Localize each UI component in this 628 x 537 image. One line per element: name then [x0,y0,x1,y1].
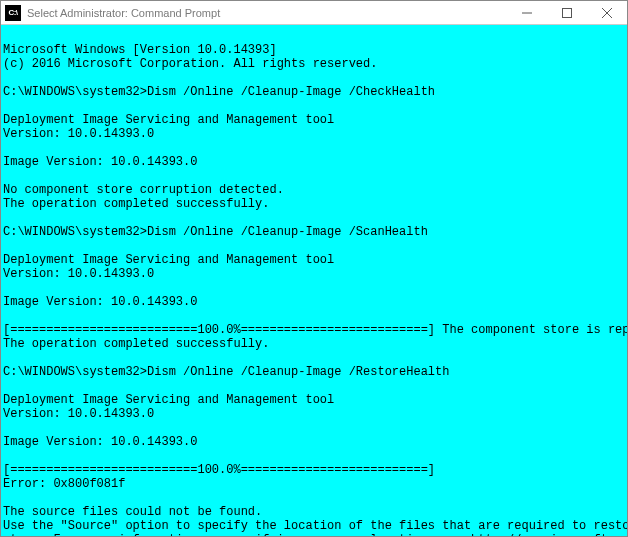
terminal-line: Deployment Image Servicing and Managemen… [3,253,623,267]
terminal-line [3,351,623,365]
svg-rect-1 [563,8,572,17]
terminal-line [3,211,623,225]
terminal-line: No component store corruption detected. [3,183,623,197]
window-titlebar: C:\ Select Administrator: Command Prompt [1,1,627,25]
terminal-line: Deployment Image Servicing and Managemen… [3,393,623,407]
terminal-line: (c) 2016 Microsoft Corporation. All righ… [3,57,623,71]
terminal-line [3,99,623,113]
terminal-line [3,449,623,463]
terminal-line: Version: 10.0.14393.0 [3,127,623,141]
terminal-output[interactable]: Microsoft Windows [Version 10.0.14393](c… [1,25,627,536]
terminal-line [3,169,623,183]
terminal-line [3,491,623,505]
terminal-line: Version: 10.0.14393.0 [3,407,623,421]
terminal-line: Version: 10.0.14393.0 [3,267,623,281]
terminal-line: The operation completed successfully. [3,337,623,351]
terminal-line: Error: 0x800f081f [3,477,623,491]
terminal-line: C:\WINDOWS\system32>Dism /Online /Cleanu… [3,365,623,379]
terminal-line: Image Version: 10.0.14393.0 [3,155,623,169]
terminal-line: ature. For more information on specifyin… [3,533,623,536]
terminal-line: Use the "Source" option to specify the l… [3,519,623,533]
minimize-button[interactable] [507,1,547,25]
close-button[interactable] [587,1,627,25]
terminal-line [3,421,623,435]
terminal-line: Microsoft Windows [Version 10.0.14393] [3,43,623,57]
close-icon [602,8,612,18]
terminal-line: Deployment Image Servicing and Managemen… [3,113,623,127]
terminal-line: [==========================100.0%=======… [3,323,623,337]
minimize-icon [522,8,532,18]
maximize-button[interactable] [547,1,587,25]
terminal-line: The source files could not be found. [3,505,623,519]
window-title: Select Administrator: Command Prompt [27,7,507,19]
terminal-line: Image Version: 10.0.14393.0 [3,435,623,449]
terminal-line: Image Version: 10.0.14393.0 [3,295,623,309]
maximize-icon [562,8,572,18]
terminal-line [3,29,623,43]
terminal-line [3,309,623,323]
window-controls [507,1,627,25]
cmd-icon: C:\ [5,5,21,21]
terminal-line [3,71,623,85]
terminal-line: The operation completed successfully. [3,197,623,211]
terminal-line [3,281,623,295]
terminal-line [3,239,623,253]
terminal-line [3,379,623,393]
terminal-line: C:\WINDOWS\system32>Dism /Online /Cleanu… [3,85,623,99]
terminal-line [3,141,623,155]
terminal-line: C:\WINDOWS\system32>Dism /Online /Cleanu… [3,225,623,239]
terminal-line: [==========================100.0%=======… [3,463,623,477]
